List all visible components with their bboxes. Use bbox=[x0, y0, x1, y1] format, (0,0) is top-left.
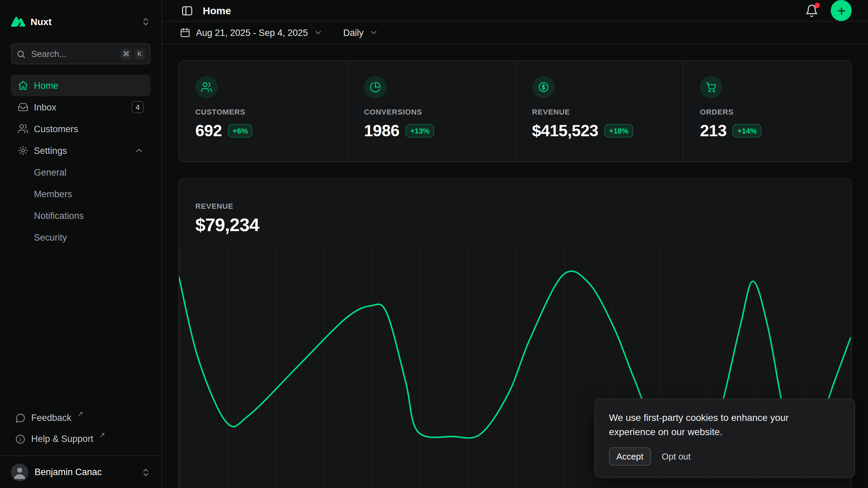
sidebar-item-label: Settings bbox=[34, 145, 67, 156]
sidebar-item-label: Feedback bbox=[31, 413, 72, 423]
sidebar-item-inbox[interactable]: Inbox 4 bbox=[11, 96, 151, 118]
sidebar-item-notifications[interactable]: Notifications bbox=[11, 205, 151, 226]
stat-card-conversions[interactable]: CONVERSIONS 1986 +13% bbox=[347, 61, 515, 161]
search-icon bbox=[16, 49, 26, 59]
date-range-picker[interactable]: Aug 21, 2025 - Sep 4, 2025 bbox=[174, 22, 328, 43]
sidebar-item-settings[interactable]: Settings bbox=[11, 140, 151, 161]
team-name: Nuxt bbox=[31, 16, 52, 27]
home-icon bbox=[18, 80, 28, 91]
cookie-message: We use first-party cookies to enhance yo… bbox=[609, 411, 821, 439]
inbox-icon bbox=[18, 102, 28, 113]
stat-label: ORDERS bbox=[700, 108, 835, 116]
chevron-down-icon bbox=[369, 28, 378, 37]
circle-dollar-icon bbox=[532, 76, 554, 98]
stat-delta-badge: +14% bbox=[733, 124, 762, 138]
inbox-count-badge: 4 bbox=[132, 101, 144, 113]
chat-bubble-icon bbox=[15, 412, 26, 423]
sidebar: Nuxt Search... ⌘ K Home bbox=[0, 0, 162, 488]
sidebar-item-label: Notifications bbox=[34, 210, 84, 221]
stat-card-orders[interactable]: ORDERS 213 +14% bbox=[683, 61, 851, 161]
nuxt-logo-icon bbox=[11, 17, 25, 27]
period-select[interactable]: Daily bbox=[338, 22, 384, 43]
revenue-chart-value: $79,234 bbox=[195, 215, 835, 236]
sidebar-nav: Home Inbox 4 Customers Settings bbox=[11, 75, 151, 248]
stat-label: CONVERSIONS bbox=[364, 108, 499, 116]
stat-delta-badge: +13% bbox=[406, 124, 434, 138]
search-shortcut: ⌘ K bbox=[121, 48, 145, 59]
page-title: Home bbox=[203, 5, 231, 16]
stat-value: 213 bbox=[700, 121, 727, 140]
date-range-label: Aug 21, 2025 - Sep 4, 2025 bbox=[196, 27, 308, 38]
opt-out-button[interactable]: Opt out bbox=[662, 451, 691, 462]
app-window: Nuxt Search... ⌘ K Home bbox=[0, 0, 868, 488]
sidebar-item-label: Customers bbox=[34, 124, 78, 134]
add-button[interactable] bbox=[831, 0, 852, 21]
sidebar-item-label: Security bbox=[34, 232, 67, 242]
chevron-updown-icon bbox=[141, 17, 151, 26]
info-circle-icon bbox=[15, 433, 26, 444]
sidebar-item-help-support[interactable]: Help & Support ↗ bbox=[11, 428, 151, 449]
cookie-banner: We use first-party cookies to enhance yo… bbox=[595, 399, 855, 478]
sidebar-item-customers[interactable]: Customers bbox=[11, 118, 151, 140]
cookie-actions: Accept Opt out bbox=[609, 447, 841, 466]
external-link-icon: ↗ bbox=[78, 410, 83, 418]
sidebar-item-home[interactable]: Home bbox=[11, 75, 151, 96]
user-menu[interactable]: Benjamin Canac bbox=[0, 455, 161, 488]
stat-delta-badge: +18% bbox=[604, 124, 633, 138]
stat-value: 1986 bbox=[364, 121, 399, 140]
search-placeholder: Search... bbox=[31, 49, 115, 59]
users-icon bbox=[18, 123, 28, 134]
chevron-down-icon bbox=[313, 28, 323, 37]
sidebar-footer: Feedback ↗ Help & Support ↗ bbox=[11, 407, 151, 449]
stat-value: 692 bbox=[195, 121, 222, 140]
search-input[interactable]: Search... ⌘ K bbox=[11, 43, 151, 64]
topbar-right bbox=[804, 0, 852, 21]
sidebar-item-label: Members bbox=[34, 189, 72, 199]
period-label: Daily bbox=[343, 27, 363, 38]
users-icon bbox=[195, 76, 218, 98]
sidebar-item-label: Help & Support bbox=[31, 434, 93, 444]
chevron-up-icon bbox=[134, 146, 144, 155]
kbd-command: ⌘ bbox=[121, 48, 132, 59]
shopping-cart-icon bbox=[700, 76, 723, 98]
stat-label: CUSTOMERS bbox=[195, 108, 331, 116]
revenue-chart-label: REVENUE bbox=[195, 202, 835, 210]
accept-button[interactable]: Accept bbox=[609, 447, 651, 466]
stat-delta-badge: +6% bbox=[228, 124, 253, 138]
notifications-button[interactable] bbox=[804, 2, 820, 19]
revenue-card-header: REVENUE $79,234 bbox=[179, 202, 851, 236]
gear-icon bbox=[18, 145, 28, 156]
stat-card-revenue[interactable]: REVENUE $415,523 +18% bbox=[515, 61, 683, 161]
topbar: Home bbox=[162, 0, 868, 22]
toolbar: Aug 21, 2025 - Sep 4, 2025 Daily bbox=[162, 22, 868, 44]
sidebar-item-security[interactable]: Security bbox=[11, 226, 151, 248]
chart-pie-icon bbox=[364, 76, 387, 98]
calendar-icon bbox=[180, 27, 191, 38]
sidebar-item-members[interactable]: Members bbox=[11, 183, 151, 205]
topbar-left: Home bbox=[178, 2, 231, 19]
sidebar-item-label: General bbox=[34, 167, 66, 177]
sidebar-item-label: Home bbox=[34, 80, 58, 90]
notification-dot bbox=[814, 2, 820, 8]
chevron-updown-icon bbox=[141, 467, 151, 477]
panel-toggle-icon[interactable] bbox=[178, 2, 196, 19]
user-name: Benjamin Canac bbox=[35, 467, 102, 477]
team-switcher[interactable]: Nuxt bbox=[11, 8, 151, 35]
plus-icon bbox=[836, 5, 847, 16]
avatar bbox=[11, 463, 28, 481]
sidebar-item-general[interactable]: General bbox=[11, 161, 151, 183]
sidebar-item-label: Inbox bbox=[34, 102, 56, 112]
stat-value: $415,523 bbox=[532, 121, 598, 140]
stat-card-customers[interactable]: CUSTOMERS 692 +6% bbox=[179, 61, 347, 161]
kbd-k: K bbox=[134, 48, 145, 59]
sidebar-spacer bbox=[0, 248, 161, 407]
stats-row: CUSTOMERS 692 +6% CONVERSIONS 1986 +13% bbox=[178, 60, 852, 162]
stat-label: REVENUE bbox=[532, 108, 667, 116]
sidebar-item-feedback[interactable]: Feedback ↗ bbox=[11, 407, 151, 428]
external-link-icon: ↗ bbox=[99, 431, 105, 439]
